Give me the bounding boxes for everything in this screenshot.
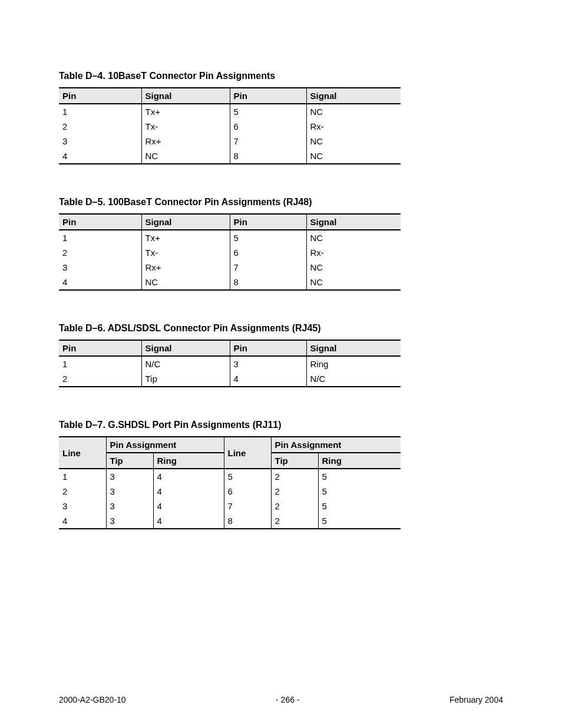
table-cell: 5 — [230, 230, 306, 245]
th-signal: Signal — [141, 88, 230, 104]
caption-d7: Table D–7. G.SHDSL Port Pin Assignments … — [59, 420, 503, 430]
table-cell: 7 — [224, 499, 271, 513]
table-cell: Ring — [306, 356, 401, 371]
table-cell: 1 — [59, 356, 141, 371]
table-cell: 2 — [271, 499, 318, 513]
table-cell: 5 — [230, 104, 306, 119]
table-cell: 7 — [230, 260, 306, 275]
th-pin-assignment: Pin Assignment — [271, 437, 401, 453]
table-cell: NC — [306, 149, 401, 164]
table-cell: 7 — [230, 134, 306, 149]
tbody-d6: 1N/C3Ring2Tip4N/C — [59, 356, 401, 387]
table-cell: Tx+ — [141, 104, 230, 119]
table-cell: Tx- — [141, 245, 230, 260]
tbody-d7: 134525234625334725434825 — [59, 469, 401, 529]
th-signal: Signal — [141, 214, 230, 230]
table-cell: 4 — [153, 484, 224, 499]
th-pin: Pin — [59, 214, 141, 230]
table-cell: 2 — [271, 469, 318, 484]
th-signal: Signal — [141, 340, 230, 356]
th-pin: Pin — [59, 340, 141, 356]
table-cell: 3 — [106, 513, 153, 529]
th-pin: Pin — [230, 88, 306, 104]
table-cell: 8 — [230, 275, 306, 290]
tbody-d5: 1Tx+5NC2Tx-6Rx-3Rx+7NC4NC8NC — [59, 230, 401, 290]
table-cell: 3 — [106, 484, 153, 499]
caption-d6: Table D–6. ADSL/SDSL Connector Pin Assig… — [59, 323, 503, 334]
table-d5: Table D–5. 100BaseT Connector Pin Assign… — [59, 197, 503, 291]
table-cell: 8 — [230, 149, 306, 164]
table-cell: Rx+ — [141, 260, 230, 275]
table-cell: Tip — [141, 371, 230, 387]
table-cell: Tx+ — [141, 230, 230, 245]
table-cell: NC — [306, 134, 401, 149]
table-cell: Rx- — [306, 245, 401, 260]
table-d4: Table D–4. 10BaseT Connector Pin Assignm… — [59, 71, 503, 164]
table-cell: 2 — [59, 484, 106, 499]
table-cell: 3 — [59, 499, 106, 513]
table-cell: NC — [306, 104, 401, 119]
table-cell: 5 — [224, 469, 271, 484]
table-cell: 4 — [59, 513, 106, 529]
table-cell: NC — [306, 275, 401, 290]
table-cell: 3 — [59, 260, 141, 275]
table-cell: 6 — [230, 245, 306, 260]
table-cell: NC — [141, 149, 230, 164]
table-cell: 6 — [230, 119, 306, 134]
table-cell: 2 — [271, 484, 318, 499]
table-cell: 5 — [318, 513, 401, 529]
th-line: Line — [224, 437, 271, 469]
th-signal: Signal — [306, 214, 401, 230]
table-d6: Table D–6. ADSL/SDSL Connector Pin Assig… — [59, 323, 503, 387]
th-line: Line — [59, 437, 106, 469]
table-d7: Table D–7. G.SHDSL Port Pin Assignments … — [59, 420, 503, 529]
th-tip: Tip — [271, 453, 318, 469]
th-tip: Tip — [106, 453, 153, 469]
th-ring: Ring — [153, 453, 224, 469]
table-cell: 2 — [271, 513, 318, 529]
table-cell: 2 — [59, 371, 141, 387]
table-cell: 4 — [59, 275, 141, 290]
table-cell: 3 — [106, 469, 153, 484]
th-signal: Signal — [306, 340, 401, 356]
table-cell: 5 — [318, 499, 401, 513]
table-cell: 4 — [59, 149, 141, 164]
table-cell: 4 — [153, 469, 224, 484]
caption-d4: Table D–4. 10BaseT Connector Pin Assignm… — [59, 71, 503, 81]
table-d5-grid: Pin Signal Pin Signal 1Tx+5NC2Tx-6Rx-3Rx… — [59, 213, 401, 291]
caption-d5: Table D–5. 100BaseT Connector Pin Assign… — [59, 197, 503, 207]
table-cell: 3 — [59, 134, 141, 149]
tbody-d4: 1Tx+5NC2Tx-6Rx-3Rx+7NC4NC8NC — [59, 104, 401, 164]
th-pin: Pin — [59, 88, 141, 104]
table-d4-grid: Pin Signal Pin Signal 1Tx+5NC2Tx-6Rx-3Rx… — [59, 87, 401, 164]
footer-left: 2000-A2-GB20-10 — [59, 695, 126, 704]
table-cell: 5 — [318, 469, 401, 484]
table-cell: N/C — [306, 371, 401, 387]
table-cell: NC — [306, 230, 401, 245]
table-cell: Rx+ — [141, 134, 230, 149]
table-cell: Tx- — [141, 119, 230, 134]
table-cell: 8 — [224, 513, 271, 529]
table-cell: 4 — [153, 499, 224, 513]
table-cell: 2 — [59, 245, 141, 260]
page-footer: 2000-A2-GB20-10 - 266 - February 2004 — [59, 695, 503, 704]
table-cell: 1 — [59, 104, 141, 119]
table-cell: 6 — [224, 484, 271, 499]
table-d7-grid: Line Pin Assignment Line Pin Assignment … — [59, 436, 401, 529]
table-cell: 2 — [59, 119, 141, 134]
footer-center: - 266 - — [276, 695, 299, 704]
footer-right: February 2004 — [449, 695, 503, 704]
table-d6-grid: Pin Signal Pin Signal 1N/C3Ring2Tip4N/C — [59, 340, 401, 387]
table-cell: 4 — [153, 513, 224, 529]
table-cell: 1 — [59, 469, 106, 484]
table-cell: 3 — [106, 499, 153, 513]
table-cell: 4 — [230, 371, 306, 387]
table-cell: 1 — [59, 230, 141, 245]
table-cell: N/C — [141, 356, 230, 371]
table-cell: NC — [306, 260, 401, 275]
th-ring: Ring — [318, 453, 401, 469]
th-pin: Pin — [230, 214, 306, 230]
th-pin: Pin — [230, 340, 306, 356]
th-signal: Signal — [306, 88, 401, 104]
table-cell: Rx- — [306, 119, 401, 134]
